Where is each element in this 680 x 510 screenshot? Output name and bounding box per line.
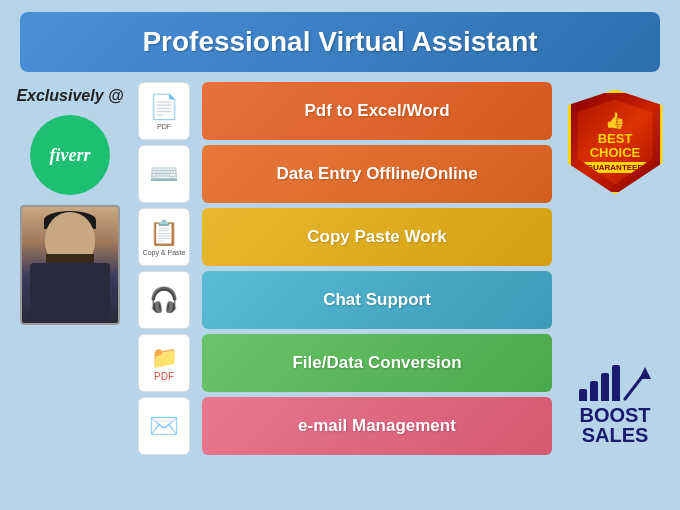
fiverr-text: fiverr (50, 145, 91, 166)
pdf-excel-label: Pdf to Excel/Word (304, 101, 449, 121)
service-icons-column: 📄 PDF ⌨️ 📋 Copy & Paste 🎧 📁 PDF (138, 82, 196, 455)
avatar-head (45, 212, 95, 267)
exclusively-label: Exclusively @ (16, 87, 123, 105)
person-avatar (20, 205, 120, 325)
pdf-icon-label: PDF (157, 123, 171, 130)
chart-arrow-icon (623, 365, 651, 401)
chat-support-button[interactable]: Chat Support (202, 271, 552, 329)
services-section: 📄 PDF ⌨️ 📋 Copy & Paste 🎧 📁 PDF (138, 82, 552, 455)
copy-paste-button[interactable]: Copy Paste Work (202, 208, 552, 266)
chart-icon (579, 365, 651, 401)
bar-2 (590, 381, 598, 401)
email-icon: ✉️ (138, 397, 190, 455)
service-labels-column: Pdf to Excel/Word Data Entry Offline/Onl… (196, 82, 552, 455)
bar-4 (612, 365, 620, 401)
left-column: Exclusively @ fiverr (10, 82, 130, 455)
main-content: Exclusively @ fiverr 📄 PDF ⌨️ 📋 (0, 82, 680, 455)
header-banner: Professional Virtual Assistant (20, 12, 660, 72)
thumbs-up-icon: 👍 (605, 111, 625, 130)
pdf-symbol: 📄 (149, 93, 179, 121)
svg-marker-0 (639, 367, 651, 379)
boost-sales-section: BOOST SALES (579, 365, 651, 445)
copy-paste-label: Copy Paste Work (307, 227, 447, 247)
file-conversion-button[interactable]: File/Data Conversion (202, 334, 552, 392)
bar-1 (579, 389, 587, 401)
pdf-icon: 📄 PDF (138, 82, 190, 140)
keyboard-symbol: ⌨️ (149, 160, 179, 188)
headset-symbol: 🎧 (149, 286, 179, 314)
email-mgmt-label: e-mail Management (298, 416, 456, 436)
copy-paste-icon: 📋 Copy & Paste (138, 208, 190, 266)
file-conversion-label: File/Data Conversion (292, 353, 461, 373)
clipboard-symbol: 📋 (149, 219, 179, 247)
chat-support-icon: 🎧 (138, 271, 190, 329)
envelope-symbol: ✉️ (149, 412, 179, 440)
fiverr-logo: fiverr (30, 115, 110, 195)
file-symbol: 📁 (151, 345, 178, 371)
bar-3 (601, 373, 609, 401)
right-column: 👍 BESTCHOICE GUARANTEED BOOST SALES (560, 82, 670, 455)
avatar-body (30, 263, 110, 323)
chat-support-label: Chat Support (323, 290, 431, 310)
data-entry-label: Data Entry Offline/Online (276, 164, 477, 184)
boost-line1: BOOST (579, 405, 650, 425)
file-conversion-icon: 📁 PDF (138, 334, 190, 392)
best-text: BESTCHOICE (590, 132, 641, 161)
copy-paste-icon-label: Copy & Paste (143, 249, 186, 256)
pdf-small-label: PDF (154, 371, 174, 382)
best-choice-badge: 👍 BESTCHOICE GUARANTEED (565, 87, 665, 197)
pdf-excel-button[interactable]: Pdf to Excel/Word (202, 82, 552, 140)
email-mgmt-button[interactable]: e-mail Management (202, 397, 552, 455)
data-entry-button[interactable]: Data Entry Offline/Online (202, 145, 552, 203)
page-title: Professional Virtual Assistant (142, 26, 537, 57)
data-entry-icon: ⌨️ (138, 145, 190, 203)
boost-line2: SALES (582, 425, 649, 445)
